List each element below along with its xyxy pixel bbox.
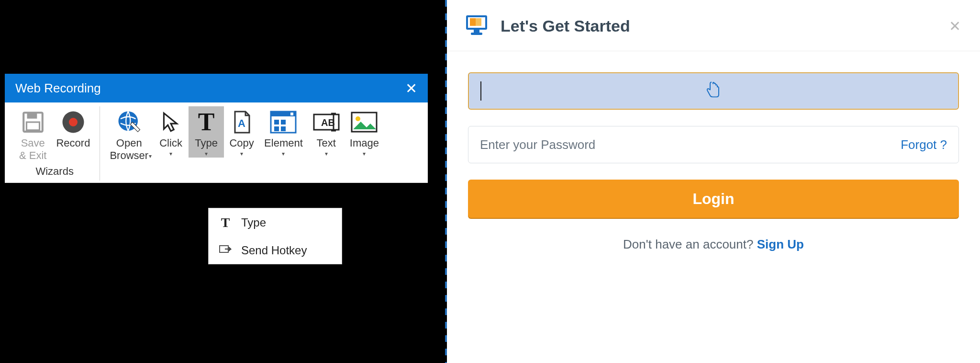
chevron-down-icon: ▾	[325, 150, 328, 157]
login-header: Let's Get Started ✕	[447, 0, 980, 51]
svg-rect-10	[274, 120, 279, 125]
svg-rect-13	[281, 126, 286, 131]
username-field[interactable]	[468, 72, 959, 110]
type-button[interactable]: T Type ▾	[189, 106, 224, 158]
svg-rect-1	[27, 113, 37, 119]
signup-link[interactable]: Sign Up	[757, 237, 804, 251]
record-icon	[60, 108, 86, 136]
floppy-icon	[21, 108, 45, 136]
monitor-book-icon	[464, 13, 489, 38]
ribbon: Save & Exit Record Wizards	[5, 102, 428, 183]
element-label: Element	[264, 137, 303, 149]
signup-row: Don't have an account? Sign Up	[468, 237, 959, 252]
svg-rect-11	[281, 120, 286, 125]
click-button[interactable]: Click ▾	[153, 106, 189, 158]
ribbon-group-wizards: Save & Exit Record Wizards	[10, 106, 100, 181]
close-icon[interactable]: ✕	[405, 80, 417, 97]
left-pane: Web Recording ✕ Save & Exit	[0, 0, 445, 363]
text-caret-icon	[480, 81, 481, 101]
chevron-down-icon: ▾	[363, 150, 366, 157]
svg-point-20	[356, 116, 360, 121]
type-t-icon: T	[218, 215, 233, 230]
chevron-down-icon: ▾	[205, 150, 208, 157]
copy-button[interactable]: A Copy ▾	[224, 106, 259, 158]
right-pane: Let's Get Started ✕ Enter your Password …	[447, 0, 980, 363]
text-label: Text	[317, 137, 336, 149]
svg-rect-2	[26, 122, 39, 130]
chevron-down-icon: ▾	[282, 150, 285, 157]
image-label: Image	[350, 137, 379, 149]
save-exit-button: Save & Exit	[14, 106, 51, 162]
record-button[interactable]: Record	[51, 106, 95, 149]
login-title: Let's Get Started	[501, 17, 630, 35]
chevron-down-icon: ▾	[169, 150, 172, 157]
menu-item-type[interactable]: T Type	[209, 208, 342, 237]
menu-item-send-hotkey[interactable]: Send Hotkey	[209, 237, 342, 264]
ribbon-group-actions: Open Browser ▾ Click ▾	[100, 106, 389, 171]
login-body: Enter your Password Forgot ? Login Don't…	[447, 51, 980, 252]
globe-icon	[116, 108, 142, 136]
close-icon[interactable]: ✕	[949, 18, 961, 34]
click-label: Click	[159, 137, 182, 149]
password-field[interactable]: Enter your Password Forgot ?	[468, 126, 959, 163]
menu-item-type-label: Type	[241, 216, 266, 229]
record-label: Record	[56, 137, 90, 149]
svg-rect-24	[474, 30, 479, 33]
send-hotkey-icon	[218, 245, 233, 256]
group-label-wizards: Wizards	[35, 165, 73, 180]
type-label: Type	[195, 137, 218, 149]
svg-point-4	[69, 118, 78, 126]
svg-rect-25	[471, 33, 482, 35]
window-title: Web Recording	[15, 81, 101, 96]
open-browser-button[interactable]: Open Browser ▾	[105, 106, 153, 170]
web-recording-window: Web Recording ✕ Save & Exit	[5, 74, 428, 183]
image-picture-icon	[350, 108, 378, 136]
type-t-icon: T	[198, 108, 215, 136]
save-exit-label: Save & Exit	[19, 137, 46, 162]
menu-item-send-hotkey-label: Send Hotkey	[241, 244, 307, 257]
signup-prompt: Don't have an account?	[623, 237, 757, 251]
element-grid-icon	[269, 108, 297, 136]
password-placeholder: Enter your Password	[480, 137, 595, 152]
element-button[interactable]: Element ▾	[259, 106, 308, 158]
chevron-down-icon: ▾	[240, 150, 243, 157]
copy-page-icon: A	[230, 108, 253, 136]
text-button[interactable]: AB Text ▾	[308, 106, 345, 158]
login-button[interactable]: Login	[468, 180, 959, 218]
hand-pointer-icon	[707, 81, 720, 101]
image-button[interactable]: Image ▾	[345, 106, 384, 158]
chevron-down-icon: ▾	[149, 153, 152, 159]
svg-text:A: A	[238, 117, 245, 129]
text-cursor-icon: AB	[312, 108, 340, 136]
forgot-link[interactable]: Forgot ?	[901, 137, 947, 152]
open-browser-label: Open Browser	[110, 137, 148, 162]
copy-label: Copy	[229, 137, 254, 149]
svg-rect-9	[290, 113, 293, 115]
login-dialog: Let's Get Started ✕ Enter your Password …	[447, 0, 980, 363]
type-dropdown-menu: T Type Send Hotkey	[208, 208, 342, 264]
svg-rect-12	[274, 126, 279, 131]
titlebar: Web Recording ✕	[5, 74, 428, 102]
cursor-arrow-icon	[159, 108, 183, 136]
